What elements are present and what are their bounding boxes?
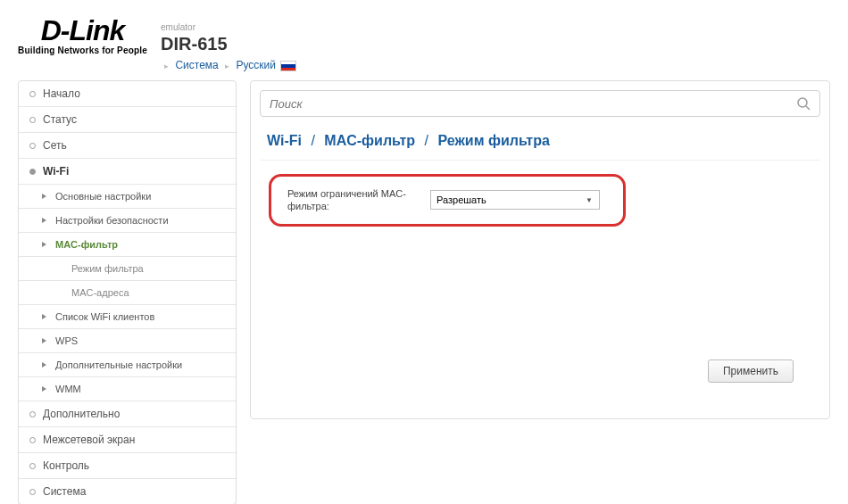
sidebar-item[interactable]: MAC-адреса — [19, 281, 236, 305]
sidebar-item[interactable]: Дополнительно — [19, 401, 236, 427]
chevron-right-icon: ▸ — [225, 62, 229, 70]
footer-actions: Применить — [708, 359, 794, 383]
sidebar-item-label: Начало — [43, 87, 80, 100]
sidebar-item-label: MAC-адреса — [71, 287, 129, 298]
chevron-right-icon — [42, 314, 46, 319]
bullet-none — [58, 290, 64, 296]
sidebar-item[interactable]: Дополнительные настройки — [19, 353, 236, 377]
bullet-icon — [29, 489, 36, 495]
sidebar-item-label: Контроль — [43, 459, 89, 472]
bullet-icon — [29, 91, 36, 97]
sidebar-item[interactable]: Сеть — [19, 133, 236, 159]
search-icon — [796, 96, 811, 111]
bullet-icon — [29, 437, 36, 443]
system-link[interactable]: Система — [175, 59, 218, 71]
logo-tagline: Building Networks for People — [18, 45, 147, 55]
model-name: DIR-615 — [161, 34, 296, 54]
sidebar-item-label: Список WiFi клиентов — [55, 311, 154, 322]
breadcrumb: Wi-Fi / MAC-фильтр / Режим фильтра — [260, 133, 820, 161]
search-box[interactable] — [260, 90, 820, 117]
chevron-right-icon — [42, 218, 46, 223]
header-right: emulator DIR-615 ▸ Система ▸ Русский — [161, 18, 296, 71]
sidebar-item-label: Сеть — [43, 139, 67, 152]
chevron-right-icon: ▸ — [164, 62, 169, 70]
breadcrumb-part-2[interactable]: MAC-фильтр — [324, 133, 415, 148]
flag-russia-icon[interactable] — [280, 61, 296, 71]
header: D-Link Building Networks for People emul… — [0, 0, 848, 80]
form-highlight: Режим ограничений MAC-фильтра: Разрешать — [269, 174, 626, 227]
sidebar-item-label: Режим фильтра — [71, 263, 144, 274]
chevron-right-icon — [42, 338, 46, 343]
sidebar-item[interactable]: Контроль — [19, 453, 236, 479]
main-panel: Wi-Fi / MAC-фильтр / Режим фильтра Режим… — [250, 80, 830, 504]
sidebar: НачалоСтатусСетьWi-FiОсновные настройкиН… — [18, 80, 237, 504]
sidebar-item[interactable]: MAC-фильтр — [19, 233, 236, 257]
select-wrapper: Разрешать — [430, 190, 600, 210]
sidebar-item[interactable]: Межсетевой экран — [19, 427, 236, 453]
sidebar-item-label: Дополнительные настройки — [55, 359, 182, 370]
sidebar-item-label: WMM — [55, 384, 81, 394]
chevron-right-icon — [42, 242, 46, 247]
sidebar-item-label: MAC-фильтр — [55, 239, 118, 250]
sidebar-item-label: Дополнительно — [43, 408, 120, 420]
sidebar-item-label: Система — [43, 485, 86, 498]
sidebar-item[interactable]: Режим фильтра — [19, 257, 236, 281]
mac-filter-mode-select[interactable]: Разрешать — [430, 190, 600, 210]
bullet-icon — [29, 143, 36, 149]
mac-filter-mode-label: Режим ограничений MAC-фильтра: — [287, 187, 430, 213]
breadcrumb-part-1[interactable]: Wi-Fi — [267, 133, 302, 148]
logo-brand: D-Link — [41, 18, 125, 44]
bullet-icon — [29, 463, 36, 469]
sidebar-item[interactable]: Основные настройки — [19, 185, 236, 209]
sidebar-item-label: Межсетевой экран — [43, 434, 135, 446]
logo: D-Link Building Networks for People — [18, 18, 147, 55]
sidebar-item[interactable]: WMM — [19, 377, 236, 401]
bullet-icon — [29, 169, 36, 175]
bullet-none — [58, 266, 64, 272]
main-box: Wi-Fi / MAC-фильтр / Режим фильтра Режим… — [250, 80, 830, 419]
bullet-icon — [29, 117, 36, 123]
sidebar-item-label: Wi-Fi — [43, 165, 69, 178]
bullet-icon — [29, 411, 36, 417]
sidebar-item[interactable]: Статус — [19, 107, 236, 133]
sidebar-item[interactable]: Настройки безопасности — [19, 209, 236, 233]
sidebar-item-label: WPS — [55, 335, 78, 346]
sidebar-item-label: Статус — [43, 113, 77, 126]
chevron-right-icon — [42, 362, 46, 368]
breadcrumb-separator: / — [311, 133, 314, 148]
emulator-label: emulator — [161, 22, 296, 32]
breadcrumb-separator: / — [425, 133, 428, 148]
language-link[interactable]: Русский — [236, 59, 276, 71]
sidebar-item-label: Настройки безопасности — [55, 215, 169, 226]
svg-point-0 — [798, 98, 807, 107]
header-links: ▸ Система ▸ Русский — [161, 59, 296, 71]
chevron-right-icon — [42, 194, 46, 199]
chevron-right-icon — [42, 386, 46, 392]
breadcrumb-part-3: Режим фильтра — [437, 133, 549, 148]
sidebar-item[interactable]: Система — [19, 479, 236, 504]
sidebar-item[interactable]: Список WiFi клиентов — [19, 305, 236, 329]
apply-button[interactable]: Применить — [708, 359, 794, 383]
search-input[interactable] — [270, 97, 796, 111]
sidebar-item-label: Основные настройки — [55, 191, 151, 202]
sidebar-item[interactable]: WPS — [19, 329, 236, 353]
sidebar-item[interactable]: Wi-Fi — [19, 159, 236, 185]
svg-line-1 — [806, 106, 810, 110]
sidebar-item[interactable]: Начало — [19, 81, 236, 107]
